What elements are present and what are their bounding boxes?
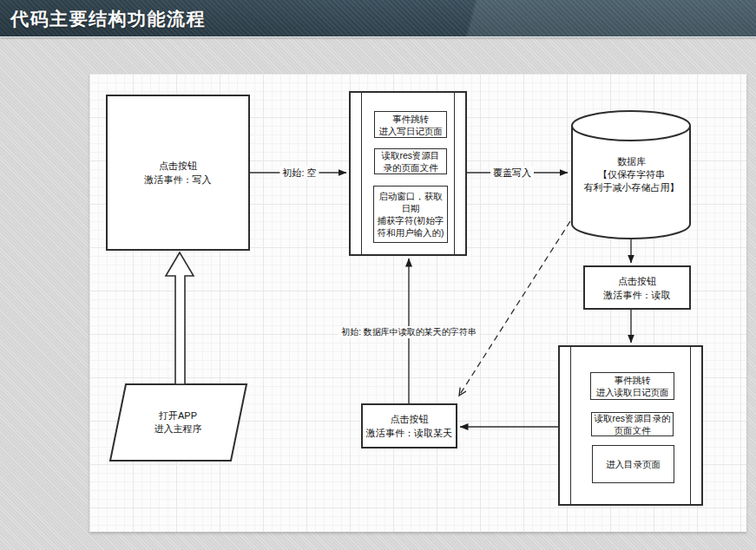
- open-app-label: 打开APP 进入主程序: [117, 409, 239, 435]
- write-process-step-3: 启动窗口，获取 日期 捕获字符(初始字 符和用户输入的): [373, 186, 448, 243]
- node-write-button: 点击按钮 激活事件：写入: [106, 95, 250, 251]
- dashed-arrow-database-to-readdaybutton: [459, 221, 570, 396]
- step-text-line: 事件跳转: [615, 374, 651, 386]
- node-read-day-button: 点击按钮 激活事件：读取某天: [361, 403, 457, 449]
- node-read-button: 点击按钮 激活事件：读取: [583, 265, 691, 310]
- read-process-step-3: 进入目录页面: [592, 445, 674, 483]
- step-text-line: 符和用户输入的): [378, 226, 444, 239]
- step-text-line: 进入写日记页面: [378, 125, 443, 137]
- slide-background: 代码主要结构功能流程: [0, 0, 756, 550]
- step-text-line: 读取res资源目: [381, 149, 439, 161]
- edge-label-overwrite-write: 覆盖写入: [490, 167, 534, 180]
- write-process-step-1: 事件跳转 进入写日记页面: [374, 111, 447, 138]
- node-text-line: 激活事件：读取: [604, 288, 671, 302]
- node-text-line: 激活事件：写入: [145, 173, 212, 187]
- step-text-line: 页面文件: [615, 424, 651, 436]
- slide-title: 代码主要结构功能流程: [10, 7, 206, 31]
- step-text-line: 进入目录页面: [606, 458, 661, 470]
- node-text-line: 进入主程序: [117, 422, 239, 435]
- node-text-line: 打开APP: [117, 409, 239, 422]
- node-read-process: 事件跳转 进入读取日记页面 读取res资源目录的 页面文件 进入目录页面: [558, 345, 703, 506]
- node-text-line: 点击按钮: [391, 412, 429, 426]
- step-text-line: 事件跳转: [392, 113, 429, 125]
- launch-block-arrow: [166, 252, 194, 384]
- slide-header: 代码主要结构功能流程: [0, 0, 756, 36]
- node-text-line: 【仅保存字符串: [570, 168, 693, 181]
- edge-label-initial-day-string: 初始: 数据库中读取的某天的字符串: [339, 326, 479, 338]
- step-text-line: 进入读取日记页面: [596, 386, 669, 398]
- read-process-step-2: 读取res资源目录的 页面文件: [591, 412, 674, 436]
- node-text-line: 有利于减小存储占用】: [570, 181, 693, 194]
- node-text-line: 点击按钮: [618, 274, 656, 288]
- node-text-line: 激活事件：读取某天: [366, 426, 452, 440]
- step-text-line: 启动窗口，获取: [378, 190, 443, 202]
- edge-label-initial-empty: 初始: 空: [279, 167, 319, 180]
- step-text-line: 读取res资源目录的: [594, 412, 670, 424]
- step-text-line: 日期: [402, 202, 420, 214]
- node-write-process: 事件跳转 进入写日记页面 读取res资源目 录的页面文件 启动窗口，获取 日期 …: [349, 91, 467, 256]
- node-text-line: 点击按钮: [159, 159, 197, 173]
- step-text-line: 捕获字符(初始字: [378, 214, 444, 226]
- write-process-step-2: 读取res资源目 录的页面文件: [374, 148, 447, 174]
- node-text-line: 数据库: [570, 155, 693, 168]
- database-label: 数据库 【仅保存字符串 有利于减小存储占用】: [570, 155, 693, 194]
- step-text-line: 录的页面文件: [384, 161, 438, 174]
- diagram-canvas: 点击按钮 激活事件：写入 事件跳转 进入写日记页面 读取res资源目 录的页面文…: [89, 74, 746, 532]
- read-process-step-1: 事件跳转 进入读取日记页面: [590, 372, 674, 400]
